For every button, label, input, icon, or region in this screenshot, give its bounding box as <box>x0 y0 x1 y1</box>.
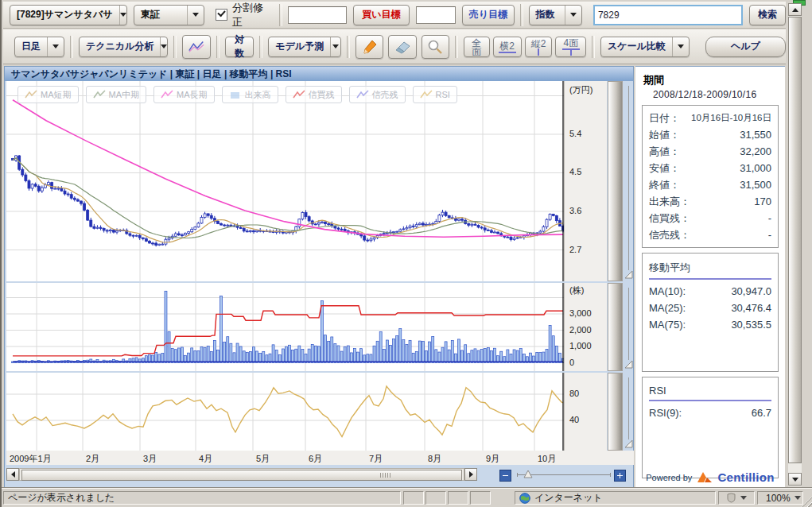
split-four-icon-v <box>570 50 572 56</box>
browser-vertical-scrollbar <box>788 3 802 486</box>
scroll-right-button[interactable] <box>464 468 477 481</box>
legend-toggle-RSI[interactable]: RSI <box>413 86 457 103</box>
shield-icon <box>726 493 736 503</box>
slider-thumb-icon[interactable] <box>624 360 634 370</box>
legend-toggle-MA短期[interactable]: MA短期 <box>17 86 79 103</box>
slider-thumb-icon[interactable] <box>624 439 634 449</box>
quote-row-value: 31,000 <box>740 160 771 176</box>
full-pane-button[interactable]: 全面 <box>464 37 490 57</box>
volume-axis-tick: 0 <box>569 358 574 367</box>
legend-toggle-信買残[interactable]: 信買残 <box>286 86 342 103</box>
legend-toggle-MA長期[interactable]: MA長期 <box>153 86 215 103</box>
line-chart-tool-button[interactable] <box>182 35 211 59</box>
rsi-axis-tick: 40 <box>569 415 579 424</box>
chevron-down-icon[interactable] <box>119 6 126 25</box>
split-four-button[interactable]: 4面 <box>555 37 586 57</box>
index-selector[interactable]: 指数 <box>529 5 582 25</box>
rsi-title: RSI <box>649 381 771 400</box>
chevron-down-icon[interactable] <box>187 6 204 25</box>
rsi-row-value: 66.7 <box>752 404 771 421</box>
scroll-up-button[interactable] <box>788 3 802 16</box>
legend-label: 信売残 <box>372 89 398 101</box>
scroll-down-button[interactable] <box>788 473 802 486</box>
pencil-icon <box>362 39 378 55</box>
ticker-search-input[interactable] <box>593 5 743 25</box>
volume-scale-channel[interactable] <box>608 283 623 371</box>
price-scale-slider[interactable] <box>624 81 635 281</box>
legend-label: MA長期 <box>177 89 208 101</box>
rsi-scale-slider[interactable] <box>624 373 635 451</box>
chevron-down-icon[interactable] <box>330 37 340 56</box>
buy-target-button[interactable]: 買い目標 <box>353 5 410 25</box>
sell-target-button[interactable]: 売り目標 <box>462 5 515 25</box>
page-zoom-cell[interactable]: 100% <box>757 491 803 505</box>
line-series-icon <box>293 90 305 99</box>
zoom-in-button[interactable] <box>614 470 626 482</box>
model-forecast-label: モデル予測 <box>269 40 330 53</box>
technical-analysis-selector[interactable]: テクニカル分析 <box>79 37 168 57</box>
volume-scale-slider[interactable] <box>624 283 635 371</box>
chevron-down-icon[interactable] <box>565 6 581 25</box>
date-axis: 2009年1月2月3月4月5月6月7月8月9月10月 <box>6 451 634 465</box>
model-forecast-selector[interactable]: モデル予測 <box>268 37 341 57</box>
legend-label: RSI <box>436 90 450 99</box>
chevron-down-icon[interactable] <box>795 496 801 500</box>
eraser-tool-button[interactable] <box>388 35 417 59</box>
split-horizontal-button[interactable]: 横2 <box>493 37 522 57</box>
quote-row-value: - <box>768 210 771 226</box>
split-adjust-label: 分割修正 <box>232 1 274 29</box>
legend-toggle-信売残[interactable]: 信売残 <box>349 86 406 103</box>
search-button[interactable]: 検索 <box>749 5 786 25</box>
slider-thumb-icon[interactable] <box>624 270 634 280</box>
quote-row-label: 安値： <box>649 160 680 176</box>
date-axis-label: 8月 <box>428 453 441 465</box>
help-button[interactable]: ヘルプ <box>705 37 786 57</box>
split-adjust-checkbox[interactable] <box>216 9 227 21</box>
legend-toggle-MA中期[interactable]: MA中期 <box>86 86 147 103</box>
log-scale-button[interactable]: 対数 <box>225 37 254 57</box>
scroll-left-button[interactable] <box>6 468 19 481</box>
price-scale-channel[interactable] <box>608 81 623 281</box>
chevron-down-icon[interactable] <box>672 37 689 56</box>
moving-average-title: 移動平均 <box>649 257 771 278</box>
scrollbar-track[interactable] <box>19 468 464 481</box>
chevron-down-icon[interactable] <box>47 37 64 56</box>
period-selector[interactable]: 日足 <box>14 37 64 57</box>
divider <box>259 36 262 58</box>
status-cell <box>470 491 491 505</box>
price-axis-tick: 2.7 <box>569 245 581 254</box>
legend-label: MA短期 <box>41 89 72 101</box>
legend-toggle-出来高[interactable]: 出来高 <box>222 86 278 103</box>
protection-cell[interactable] <box>718 491 755 505</box>
volume-chart-plot[interactable] <box>6 283 565 371</box>
chevron-down-icon[interactable] <box>160 37 167 56</box>
status-bar: ページが表示されました インターネット 100% <box>2 488 812 507</box>
status-cell <box>448 491 468 505</box>
rsi-axis-tick: 80 <box>569 389 579 398</box>
chevron-down-icon[interactable] <box>740 496 747 500</box>
quote-row-value: 10月16日-10月16日 <box>691 110 771 126</box>
quote-row: 出来高：170 <box>649 193 771 210</box>
ma-row-value: 30,947.0 <box>731 283 771 300</box>
rsi-chart-plot[interactable] <box>6 373 565 451</box>
zoom-out-button[interactable] <box>499 470 511 482</box>
buy-target-input[interactable] <box>288 6 347 24</box>
price-chart-plot[interactable]: MA短期MA中期MA長期出来高信買残信売残RSI <box>6 81 565 281</box>
zoom-slider-thumb[interactable] <box>523 470 534 479</box>
zoom-tool-button[interactable] <box>422 35 449 59</box>
quote-row: 日付：10月16日-10月16日 <box>649 110 771 126</box>
exchange-selector[interactable]: 東証 <box>134 5 204 25</box>
sell-target-input[interactable] <box>416 6 456 24</box>
scrollbar-thumb[interactable] <box>788 17 802 463</box>
divider <box>347 36 350 58</box>
ma-row: MA(75):30,535.5 <box>649 316 771 333</box>
stock-selector[interactable]: [7829]サマンサタバサ <box>10 5 127 25</box>
split-vertical-button[interactable]: 縦2 <box>525 37 553 57</box>
pencil-tool-button[interactable] <box>355 35 383 59</box>
status-message: ページが表示されました <box>3 491 401 505</box>
scrollbar-thumb[interactable] <box>21 470 462 481</box>
rsi-scale-channel[interactable] <box>608 373 623 451</box>
moving-average-box: 移動平均 MA(10):30,947.0MA(25):30,476.4MA(75… <box>642 253 779 372</box>
scale-compare-selector[interactable]: スケール比較 <box>600 37 690 57</box>
period-title: 期間 <box>642 67 779 89</box>
